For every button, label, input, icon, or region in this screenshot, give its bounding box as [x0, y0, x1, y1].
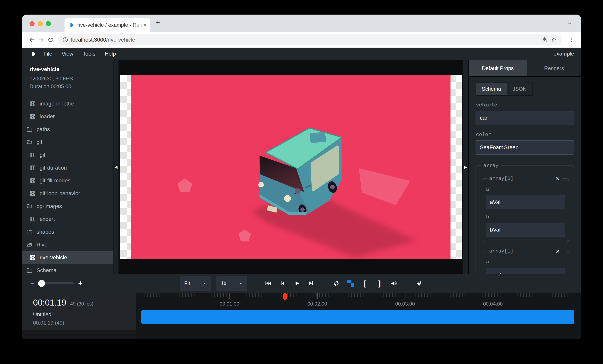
- zoom-in-icon[interactable]: +: [78, 280, 82, 287]
- new-tab-button[interactable]: +: [155, 18, 161, 27]
- sidebar-item-paths[interactable]: paths: [22, 123, 113, 136]
- composition-name: rive-vehicle: [30, 66, 109, 72]
- film-icon: [30, 101, 36, 107]
- forward-button[interactable]: [36, 35, 46, 45]
- sidebar-item-gif[interactable]: gif: [22, 136, 113, 148]
- fullscreen-window-button[interactable]: [46, 21, 51, 26]
- share-icon[interactable]: [540, 35, 549, 45]
- folder-open-icon: [26, 242, 33, 248]
- menu-tools[interactable]: Tools: [82, 51, 95, 57]
- zoom-slider[interactable]: [39, 283, 74, 284]
- menu-help[interactable]: Help: [105, 51, 116, 57]
- skip-to-start-button[interactable]: [264, 279, 273, 288]
- playback-rate-select[interactable]: 1x: [216, 276, 247, 291]
- close-window-button[interactable]: [30, 21, 35, 26]
- play-button[interactable]: [292, 279, 301, 288]
- sidebar-item-loader[interactable]: loader: [22, 110, 113, 123]
- color-input[interactable]: SeaFoamGreen: [475, 140, 574, 155]
- set-out-point-button[interactable]: ]: [375, 279, 384, 288]
- sidebar-item-og-images[interactable]: og-images: [22, 200, 113, 213]
- minimize-window-button[interactable]: [38, 21, 43, 26]
- timeline: 00:01.19 49 (30 fps) Untitled 00:01.19 (…: [22, 293, 581, 339]
- zoom-out-icon[interactable]: −: [30, 280, 35, 287]
- tab-renders[interactable]: Renders: [527, 60, 581, 76]
- sidebar-item-label: expert: [40, 216, 55, 222]
- back-button[interactable]: [27, 35, 36, 45]
- address-bar[interactable]: localhost:3000/rive-vehicle: [58, 34, 562, 45]
- playhead-marker[interactable]: [283, 293, 287, 298]
- bookmark-star-icon[interactable]: [549, 35, 558, 45]
- out-bracket-icon: ]: [378, 280, 381, 287]
- zoom-control: − +: [30, 280, 83, 287]
- sidebar-item-gif[interactable]: gif: [22, 148, 113, 161]
- collapse-right-sidebar-handle[interactable]: ▶: [463, 60, 468, 274]
- sidebar-item-shapes[interactable]: shapes: [22, 226, 113, 238]
- tab-default-props[interactable]: Default Props: [469, 60, 527, 76]
- folder-closed-icon: [26, 229, 33, 235]
- previous-frame-button[interactable]: [278, 279, 287, 288]
- sidebar-item-gif-loop-behavior[interactable]: gif-loop-behavior: [22, 187, 113, 200]
- timeline-track-bar[interactable]: [141, 310, 574, 324]
- toggle-json[interactable]: JSON: [507, 83, 533, 95]
- sidebar-item-expert[interactable]: expert: [22, 213, 113, 226]
- app-menu-bar: File View Tools Help example: [22, 48, 581, 60]
- menu-items: File View Tools Help: [44, 51, 116, 57]
- mute-button[interactable]: [390, 279, 398, 288]
- sidebar-item-label: shapes: [36, 229, 54, 235]
- ruler-label: 00:01.00: [220, 301, 239, 307]
- sidebar-item-Rive[interactable]: Rive: [22, 238, 113, 251]
- browser-menu-icon[interactable]: [567, 35, 576, 45]
- vehicle-input[interactable]: car: [475, 111, 574, 125]
- array-item-label: array[0]: [489, 176, 513, 182]
- rive-vehicle-animation: [131, 75, 451, 259]
- sidebar-item-image-in-lottie[interactable]: image-in-lottie: [22, 97, 113, 110]
- zoom-slider-thumb[interactable]: [38, 280, 45, 287]
- array-fieldset: array array[0]×aaValbbValarray[1]×asecAb: [475, 163, 574, 274]
- menu-view[interactable]: View: [62, 51, 73, 57]
- browser-tab[interactable]: rive-vehicle / example - Remoti ×: [65, 18, 150, 32]
- sidebar-item-gif-fill-modes[interactable]: gif-fill-modes: [22, 174, 113, 187]
- film-icon: [30, 165, 36, 171]
- url-text: localhost:3000/rive-vehicle: [71, 37, 540, 43]
- sidebar-item-rive-vehicle[interactable]: rive-vehicle: [22, 251, 113, 264]
- sidebar-item-gif-duration[interactable]: gif-duration: [22, 161, 113, 174]
- remove-array-item-button[interactable]: ×: [556, 248, 560, 254]
- ruler-tick: [317, 293, 318, 299]
- menu-file[interactable]: File: [44, 51, 52, 57]
- remotion-logo[interactable]: [30, 51, 36, 57]
- size-select[interactable]: Fit: [180, 276, 211, 291]
- reload-button[interactable]: [46, 35, 55, 45]
- remove-array-item-button[interactable]: ×: [556, 175, 560, 182]
- set-in-point-button[interactable]: [: [361, 279, 370, 288]
- tab-close-icon[interactable]: ×: [143, 22, 147, 28]
- b-input[interactable]: bVal: [486, 223, 565, 237]
- field-label-color: color: [476, 132, 574, 137]
- main-area: rive-vehicle 1200x630, 30 FPS Duration 0…: [22, 60, 581, 274]
- current-timecode[interactable]: 00:01.19: [33, 298, 66, 307]
- render-button[interactable]: [415, 279, 424, 288]
- array-item-1: array[1]×asecAb: [482, 248, 569, 274]
- schema-json-toggle: Schema JSON: [475, 82, 533, 96]
- collapse-left-sidebar-handle[interactable]: ◀: [114, 60, 118, 274]
- film-icon: [30, 254, 36, 261]
- next-frame-button[interactable]: [307, 279, 316, 288]
- site-info-icon[interactable]: [62, 37, 68, 43]
- loop-toggle-button[interactable]: [332, 279, 341, 288]
- sidebar-item-label: Rive: [36, 242, 47, 248]
- timeline-ruler[interactable]: 00:01.0000:02.0000:03.0000:04.00: [136, 293, 581, 339]
- film-icon: [30, 178, 36, 184]
- chevron-down-icon: [238, 281, 244, 286]
- a-input[interactable]: secA: [486, 268, 565, 274]
- a-input[interactable]: aVal: [486, 195, 565, 209]
- tab-search-chevron-icon[interactable]: [567, 20, 572, 26]
- field-label-a: a: [486, 259, 565, 265]
- transparency-checkerboard-toggle[interactable]: [346, 279, 355, 288]
- composition-viewport[interactable]: [120, 75, 462, 259]
- ruler-tick: [142, 293, 142, 299]
- toggle-schema[interactable]: Schema: [476, 83, 507, 95]
- sidebar-item-Schema[interactable]: Schema: [22, 264, 113, 274]
- field-label-b: b: [486, 214, 565, 220]
- sidebar-item-label: loader: [40, 114, 55, 120]
- props-content: Schema JSON vehicle car color SeaFoamGre…: [469, 77, 581, 274]
- ruler-tick: [229, 293, 230, 299]
